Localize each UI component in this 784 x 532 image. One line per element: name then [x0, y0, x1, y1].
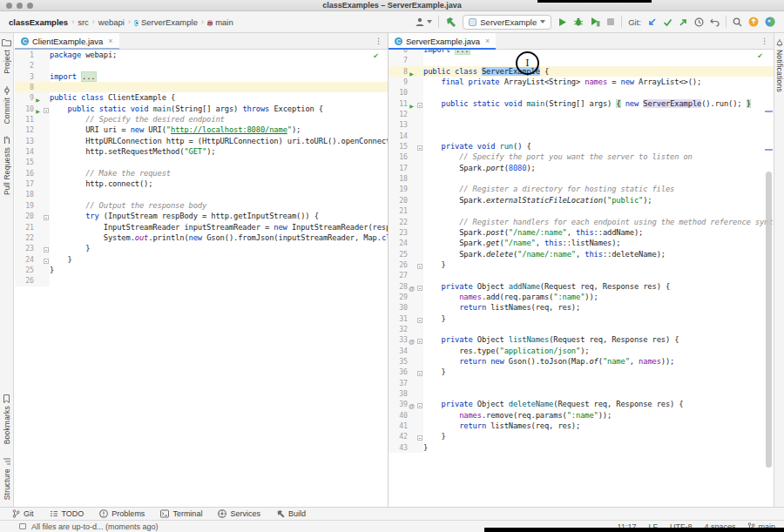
code-text[interactable] [423, 55, 774, 65]
code-text[interactable] [50, 275, 388, 286]
gutter[interactable]: 23 [15, 243, 50, 253]
gutter[interactable]: 33@ [389, 334, 423, 345]
line-number[interactable]: 9 [15, 92, 34, 103]
gutter[interactable]: 17 [389, 163, 423, 173]
line-number[interactable]: 16 [15, 168, 34, 178]
close-icon[interactable]: × [108, 37, 112, 45]
run-gutter-icon[interactable]: ▶ [408, 98, 416, 109]
toolwindow-button-services[interactable]: Services [218, 509, 260, 518]
gutter[interactable]: 7 [389, 55, 423, 65]
code-text[interactable]: return listNames(req, res); [423, 302, 774, 313]
code-text[interactable]: System.out.println(new Gson().fromJson(i… [50, 232, 388, 243]
toolwindow-button-todo[interactable]: TODO [50, 509, 84, 518]
tool-stripe-item-project[interactable]: Project [2, 38, 11, 74]
gutter[interactable]: 27 [389, 270, 423, 280]
line-number[interactable]: 23 [15, 243, 34, 253]
code-text[interactable]: Spark.delete("/name/:name", this::delete… [423, 249, 774, 259]
gutter[interactable]: 9 [389, 77, 423, 87]
breadcrumb-item-main[interactable]: mmain [206, 17, 235, 27]
tool-stripe-item-structure[interactable]: Structure [3, 457, 11, 500]
code-text[interactable] [423, 119, 774, 130]
line-number[interactable]: 22 [15, 232, 34, 243]
local-history-button[interactable] [694, 17, 704, 27]
code-text[interactable]: private Object deleteName(Request req, R… [423, 399, 774, 409]
line-number[interactable]: 12 [15, 125, 34, 135]
gutter[interactable]: 3 [15, 71, 50, 82]
gutter[interactable]: 12 [15, 125, 50, 135]
gutter[interactable]: 20 [389, 195, 423, 205]
fold-toggle-icon[interactable] [42, 211, 50, 221]
gutter[interactable]: 39@ [389, 399, 423, 409]
ide-update-badge[interactable] [748, 17, 759, 27]
gutter[interactable]: 25 [389, 249, 423, 259]
gutter[interactable]: 14 [389, 131, 423, 141]
code-text[interactable]: res.type("application/json"); [423, 346, 774, 356]
code-text[interactable]: http.connect(); [50, 178, 388, 189]
gutter[interactable]: 30 [389, 302, 423, 313]
line-number[interactable]: 10 [389, 87, 408, 98]
gutter[interactable]: 8▶ [389, 66, 423, 77]
code-text[interactable]: public class ClientExample { [50, 92, 388, 103]
code-text[interactable]: HttpURLConnection http = (HttpURLConnect… [50, 136, 388, 146]
code-text[interactable] [423, 87, 774, 98]
line-number[interactable]: 15 [15, 157, 34, 167]
line-number[interactable]: 14 [389, 131, 408, 141]
gutter[interactable]: 11 [15, 114, 50, 125]
gradle-sync-button[interactable] [765, 17, 775, 27]
search-everywhere-button[interactable] [733, 17, 742, 27]
line-number[interactable]: 42 [389, 431, 408, 441]
gutter[interactable]: 18 [15, 189, 50, 199]
code-text[interactable] [423, 270, 774, 280]
line-number[interactable]: 25 [15, 265, 34, 275]
code-text[interactable] [423, 109, 774, 119]
line-number[interactable]: 21 [15, 222, 34, 232]
gutter[interactable]: 2 [15, 60, 50, 71]
line-number[interactable]: 23 [389, 227, 408, 238]
right-editor-body[interactable]: 6import ...78▶public class ServerExample… [389, 50, 774, 507]
code-text[interactable]: package webapi; [50, 50, 388, 60]
stop-button[interactable] [606, 17, 615, 26]
line-number[interactable]: 17 [389, 163, 408, 173]
code-text[interactable]: URI uri = new URI("http://localhost:8080… [50, 125, 388, 135]
line-number[interactable]: 21 [389, 205, 408, 216]
line-number[interactable]: 14 [15, 146, 34, 157]
git-update-button[interactable] [647, 17, 657, 27]
line-number[interactable]: 17 [15, 178, 34, 189]
line-number[interactable]: 16 [389, 152, 408, 162]
code-text[interactable]: } [423, 259, 774, 270]
line-number[interactable]: 24 [15, 254, 34, 265]
rollback-button[interactable] [710, 17, 720, 27]
line-number[interactable]: 26 [389, 259, 408, 270]
line-number[interactable]: 29 [389, 292, 408, 302]
run-with-coverage-button[interactable] [590, 17, 600, 27]
line-number[interactable]: 11 [15, 114, 34, 125]
code-text[interactable]: return listNames(req, res); [423, 421, 774, 431]
tool-stripe-item-notifications[interactable]: Notifications [775, 38, 784, 92]
more-options-icon[interactable]: ⋮ [755, 37, 774, 45]
gutter[interactable]: 16 [15, 168, 50, 178]
line-number[interactable]: 30 [389, 302, 408, 313]
gutter[interactable]: 11▶ [389, 98, 423, 109]
gutter[interactable]: 35 [389, 356, 423, 367]
code-text[interactable]: try (InputStream respBody = http.getInpu… [50, 211, 388, 221]
gutter[interactable]: 34 [389, 346, 423, 356]
code-text[interactable] [423, 173, 774, 184]
inspections-ok-icon[interactable]: ✔ [373, 52, 379, 60]
toolwindow-button-terminal[interactable]: Terminal [160, 509, 202, 518]
code-with-me-users-button[interactable] [415, 17, 432, 27]
gutter[interactable]: 16 [389, 152, 423, 162]
code-text[interactable] [423, 131, 774, 141]
code-text[interactable]: final private ArrayList<String> names = … [423, 77, 774, 87]
gutter[interactable]: 19 [389, 184, 423, 194]
gutter[interactable]: 43 [389, 442, 423, 453]
build-project-button[interactable] [445, 17, 456, 28]
fold-toggle-icon[interactable] [416, 313, 423, 324]
code-text[interactable]: names.remove(req.params(":name")); [423, 410, 774, 421]
gutter[interactable]: 41 [389, 421, 423, 431]
line-number[interactable]: 40 [389, 410, 408, 421]
fold-toggle-icon[interactable] [416, 98, 423, 109]
git-push-button[interactable] [679, 17, 688, 27]
gutter[interactable]: 12 [389, 109, 423, 119]
code-text[interactable] [423, 205, 774, 216]
scrollbar-thumb[interactable] [766, 172, 772, 468]
